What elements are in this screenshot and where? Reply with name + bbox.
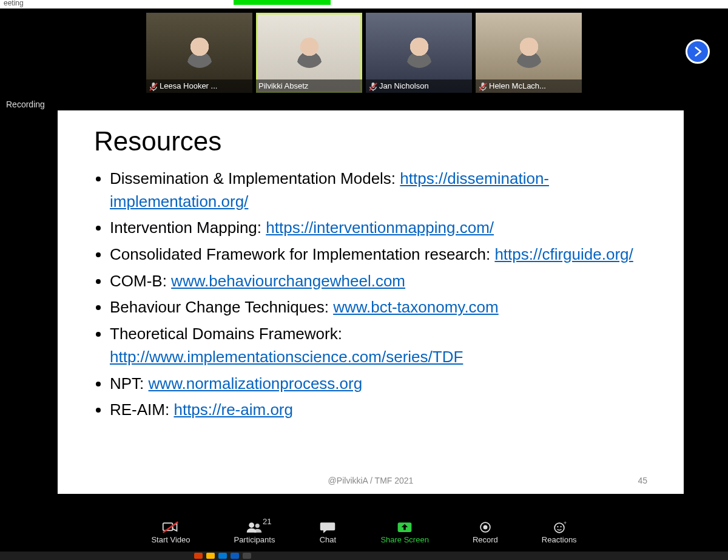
recording-indicator: Recording <box>0 97 51 112</box>
slide-title: Resources <box>94 126 647 157</box>
svg-point-12 <box>255 523 260 527</box>
slide-number: 45 <box>638 476 647 485</box>
record-label: Record <box>473 535 498 544</box>
bullet-label: Consolidated Framework for Implementatio… <box>110 245 494 263</box>
slide-footer: @PilvikkiA / TMF 2021 <box>58 476 684 485</box>
window-title-fragment: eeting <box>0 0 728 8</box>
taskbar-app-icon[interactable] <box>206 553 215 559</box>
svg-point-15 <box>483 525 487 529</box>
bullet-link[interactable]: www.normalizationprocess.org <box>149 374 363 393</box>
meeting-toolbar: Start Video 21 Participants Chat Share S… <box>0 511 728 552</box>
svg-point-16 <box>554 523 564 533</box>
participant-name-bar: Pilvikki Absetz <box>256 79 362 93</box>
slide-bullet: Intervention Mapping: https://interventi… <box>110 217 647 240</box>
bullet-label: Behaviour Change Techniques: <box>110 298 333 316</box>
participants-count: 21 <box>263 517 271 526</box>
share-screen-icon <box>396 519 414 535</box>
mic-muted-icon <box>478 82 488 92</box>
chat-label: Chat <box>320 535 336 544</box>
bullet-label: RE-AIM: <box>110 400 174 419</box>
mic-muted-icon <box>368 82 378 92</box>
camera-off-icon <box>161 519 180 535</box>
share-label: Share Screen <box>380 535 429 544</box>
taskbar-app-icon[interactable] <box>231 553 239 559</box>
taskbar-app-icon[interactable] <box>194 553 203 559</box>
mic-muted-icon <box>149 82 158 92</box>
slide-content: Resources Dissemination & Implementation… <box>58 110 684 494</box>
slide-footer-text: @PilvikkiA / TMF 2021 <box>328 476 414 485</box>
participant-name-bar: Helen McLach... <box>476 79 582 93</box>
active-speaker-accent <box>234 0 331 5</box>
video-gallery: Leesa Hooker ...Pilvikki AbsetzJan Nicho… <box>0 8 728 97</box>
slide-bullet: NPT: www.normalizationprocess.org <box>110 373 647 396</box>
svg-text:+: + <box>564 520 567 526</box>
chat-button[interactable]: Chat <box>318 519 337 544</box>
svg-point-11 <box>249 522 255 528</box>
participant-name: Helen McLach... <box>489 81 546 90</box>
video-tile[interactable]: Jan Nicholson <box>366 13 472 93</box>
slide-bullet: RE-AIM: https://re-aim.org <box>110 399 647 422</box>
start-video-label: Start Video <box>151 535 190 544</box>
taskbar-app-icon[interactable] <box>243 553 251 559</box>
bullet-label: COM-B: <box>110 272 171 290</box>
bullet-link[interactable]: https://cfirguide.org/ <box>494 245 633 263</box>
bullet-link[interactable]: https://interventionmapping.com/ <box>266 218 494 237</box>
record-icon <box>476 519 494 535</box>
participants-label: Participants <box>234 535 275 544</box>
slide-bullet: Behaviour Change Techniques: www.bct-tax… <box>110 296 647 319</box>
video-tile[interactable]: Pilvikki Absetz <box>256 13 362 93</box>
taskbar-app-icon[interactable] <box>218 553 227 559</box>
reactions-icon: + <box>550 519 568 535</box>
bullet-label: NPT: <box>110 374 149 393</box>
title-fragment-text: eeting <box>4 0 24 7</box>
slide-bullet: COM-B: www.behaviourchangewheel.com <box>110 270 647 293</box>
svg-point-17 <box>557 525 558 527</box>
participants-icon <box>245 519 263 535</box>
bullet-link[interactable]: www.bct-taxonomy.com <box>333 298 499 316</box>
record-button[interactable]: Record <box>473 519 498 544</box>
share-screen-button[interactable]: Share Screen <box>380 519 429 544</box>
participant-name: Jan Nicholson <box>379 81 429 90</box>
svg-point-18 <box>560 525 561 527</box>
participants-button[interactable]: 21 Participants <box>234 519 275 544</box>
bullet-link[interactable]: http://www.implementationscience.com/ser… <box>110 348 463 366</box>
participant-name-bar: Leesa Hooker ... <box>146 79 252 93</box>
bullet-label: Intervention Mapping: <box>110 218 266 237</box>
video-tile[interactable]: Helen McLach... <box>476 13 582 93</box>
bullet-link[interactable]: www.behaviourchangewheel.com <box>171 272 405 290</box>
recording-label: Recording <box>6 100 45 109</box>
participant-name: Pilvikki Absetz <box>258 81 308 90</box>
slide-bullet-list: Dissemination & Implementation Models: h… <box>94 167 647 422</box>
bullet-label: Theoretical Domains Framework: <box>110 325 342 343</box>
chat-icon <box>318 519 337 535</box>
reactions-button[interactable]: + Reactions <box>542 519 577 544</box>
slide-bullet: Theoretical Domains Framework: http://ww… <box>110 323 647 368</box>
bullet-label: Dissemination & Implementation Models: <box>110 169 400 187</box>
slide-bullet: Consolidated Framework for Implementatio… <box>110 243 647 266</box>
shared-screen-stage: Resources Dissemination & Implementation… <box>0 97 728 511</box>
reactions-label: Reactions <box>542 535 577 544</box>
video-tile[interactable]: Leesa Hooker ... <box>146 13 252 93</box>
participant-name: Leesa Hooker ... <box>160 81 217 90</box>
start-video-button[interactable]: Start Video <box>151 519 190 544</box>
os-taskbar <box>0 552 728 560</box>
bullet-link[interactable]: https://re-aim.org <box>174 400 293 419</box>
participant-name-bar: Jan Nicholson <box>366 79 472 93</box>
slide-bullet: Dissemination & Implementation Models: h… <box>110 167 647 213</box>
gallery-next-button[interactable] <box>686 39 710 64</box>
